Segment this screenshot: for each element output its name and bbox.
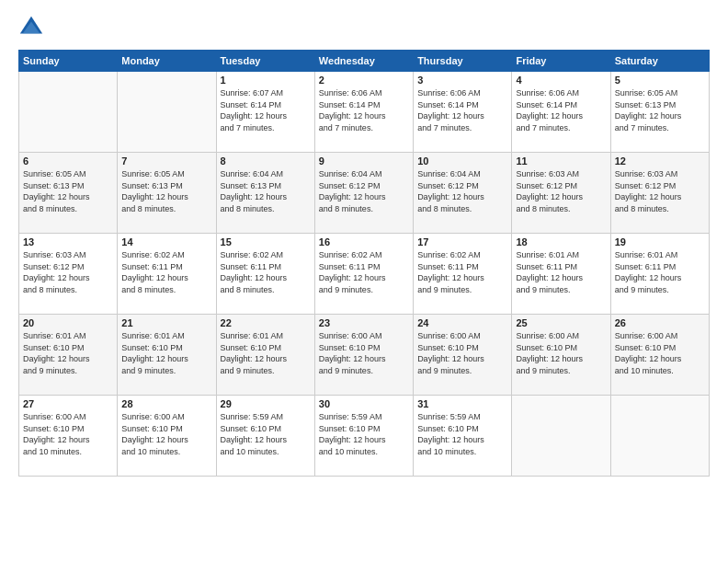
- calendar-cell: 24Sunrise: 6:00 AM Sunset: 6:10 PM Dayli…: [414, 315, 512, 396]
- logo: [18, 15, 48, 40]
- calendar-cell: [19, 72, 118, 153]
- day-info: Sunrise: 6:04 AM Sunset: 6:12 PM Dayligh…: [319, 168, 409, 214]
- day-number: 27: [23, 398, 113, 409]
- week-row-2: 6Sunrise: 6:05 AM Sunset: 6:13 PM Daylig…: [19, 153, 710, 234]
- week-row-3: 13Sunrise: 6:03 AM Sunset: 6:12 PM Dayli…: [19, 234, 710, 315]
- calendar-cell: 5Sunrise: 6:05 AM Sunset: 6:13 PM Daylig…: [610, 72, 709, 153]
- day-number: 8: [221, 155, 311, 167]
- calendar-cell: 18Sunrise: 6:01 AM Sunset: 6:11 PM Dayli…: [512, 234, 610, 315]
- day-header-monday: Monday: [118, 51, 216, 72]
- day-info: Sunrise: 6:01 AM Sunset: 6:11 PM Dayligh…: [615, 249, 705, 295]
- day-number: 6: [23, 155, 113, 167]
- calendar-cell: 17Sunrise: 6:02 AM Sunset: 6:11 PM Dayli…: [414, 234, 512, 315]
- header-row: SundayMondayTuesdayWednesdayThursdayFrid…: [19, 51, 710, 72]
- day-number: 2: [319, 75, 409, 86]
- day-info: Sunrise: 6:01 AM Sunset: 6:11 PM Dayligh…: [516, 249, 606, 295]
- day-info: Sunrise: 6:03 AM Sunset: 6:12 PM Dayligh…: [615, 168, 705, 214]
- calendar-cell: 1Sunrise: 6:07 AM Sunset: 6:14 PM Daylig…: [216, 72, 314, 153]
- day-info: Sunrise: 6:01 AM Sunset: 6:10 PM Dayligh…: [121, 330, 211, 376]
- day-header-sunday: Sunday: [19, 51, 118, 72]
- day-header-friday: Friday: [512, 51, 610, 72]
- calendar-cell: 4Sunrise: 6:06 AM Sunset: 6:14 PM Daylig…: [512, 72, 610, 153]
- calendar-cell: [610, 396, 709, 477]
- calendar-cell: 27Sunrise: 6:00 AM Sunset: 6:10 PM Dayli…: [19, 396, 118, 477]
- day-number: 19: [615, 236, 705, 247]
- calendar-cell: 20Sunrise: 6:01 AM Sunset: 6:10 PM Dayli…: [19, 315, 118, 396]
- day-info: Sunrise: 6:07 AM Sunset: 6:14 PM Dayligh…: [221, 87, 311, 133]
- day-info: Sunrise: 6:05 AM Sunset: 6:13 PM Dayligh…: [23, 168, 113, 214]
- logo-icon: [18, 15, 44, 40]
- day-info: Sunrise: 6:06 AM Sunset: 6:14 PM Dayligh…: [417, 87, 507, 133]
- day-number: 16: [319, 236, 409, 247]
- day-info: Sunrise: 6:03 AM Sunset: 6:12 PM Dayligh…: [23, 249, 113, 295]
- calendar-cell: 3Sunrise: 6:06 AM Sunset: 6:14 PM Daylig…: [414, 72, 512, 153]
- calendar-table: SundayMondayTuesdayWednesdayThursdayFrid…: [18, 50, 710, 477]
- calendar-cell: 10Sunrise: 6:04 AM Sunset: 6:12 PM Dayli…: [414, 153, 512, 234]
- day-info: Sunrise: 6:00 AM Sunset: 6:10 PM Dayligh…: [417, 330, 507, 376]
- calendar-cell: 2Sunrise: 6:06 AM Sunset: 6:14 PM Daylig…: [314, 72, 413, 153]
- page: SundayMondayTuesdayWednesdayThursdayFrid…: [0, 0, 728, 563]
- day-number: 30: [319, 398, 409, 409]
- day-info: Sunrise: 6:00 AM Sunset: 6:10 PM Dayligh…: [319, 330, 409, 376]
- calendar-cell: 23Sunrise: 6:00 AM Sunset: 6:10 PM Dayli…: [314, 315, 413, 396]
- day-number: 20: [23, 317, 113, 328]
- day-number: 22: [221, 317, 311, 328]
- day-info: Sunrise: 5:59 AM Sunset: 6:10 PM Dayligh…: [417, 411, 507, 457]
- day-info: Sunrise: 6:01 AM Sunset: 6:10 PM Dayligh…: [221, 330, 311, 376]
- calendar-cell: 25Sunrise: 6:00 AM Sunset: 6:10 PM Dayli…: [512, 315, 610, 396]
- calendar-cell: [118, 72, 216, 153]
- day-info: Sunrise: 6:02 AM Sunset: 6:11 PM Dayligh…: [417, 249, 507, 295]
- day-number: 12: [615, 155, 705, 167]
- day-number: 17: [417, 236, 507, 247]
- calendar-cell: 15Sunrise: 6:02 AM Sunset: 6:11 PM Dayli…: [216, 234, 314, 315]
- day-info: Sunrise: 6:05 AM Sunset: 6:13 PM Dayligh…: [121, 168, 211, 214]
- calendar-cell: 21Sunrise: 6:01 AM Sunset: 6:10 PM Dayli…: [118, 315, 216, 396]
- day-info: Sunrise: 6:03 AM Sunset: 6:12 PM Dayligh…: [516, 168, 606, 214]
- calendar-cell: 6Sunrise: 6:05 AM Sunset: 6:13 PM Daylig…: [19, 153, 118, 234]
- calendar-cell: 28Sunrise: 6:00 AM Sunset: 6:10 PM Dayli…: [118, 396, 216, 477]
- day-number: 25: [516, 317, 606, 328]
- day-info: Sunrise: 6:02 AM Sunset: 6:11 PM Dayligh…: [121, 249, 211, 295]
- day-header-wednesday: Wednesday: [314, 51, 413, 72]
- day-info: Sunrise: 6:00 AM Sunset: 6:10 PM Dayligh…: [516, 330, 606, 376]
- day-number: 4: [516, 75, 606, 86]
- day-info: Sunrise: 6:00 AM Sunset: 6:10 PM Dayligh…: [615, 330, 705, 376]
- calendar-cell: 11Sunrise: 6:03 AM Sunset: 6:12 PM Dayli…: [512, 153, 610, 234]
- week-row-1: 1Sunrise: 6:07 AM Sunset: 6:14 PM Daylig…: [19, 72, 710, 153]
- day-number: 26: [615, 317, 705, 328]
- day-info: Sunrise: 5:59 AM Sunset: 6:10 PM Dayligh…: [221, 411, 311, 457]
- calendar-cell: 13Sunrise: 6:03 AM Sunset: 6:12 PM Dayli…: [19, 234, 118, 315]
- day-number: 5: [615, 75, 705, 86]
- header: [18, 15, 710, 40]
- day-number: 24: [417, 317, 507, 328]
- calendar-cell: 9Sunrise: 6:04 AM Sunset: 6:12 PM Daylig…: [314, 153, 413, 234]
- week-row-4: 20Sunrise: 6:01 AM Sunset: 6:10 PM Dayli…: [19, 315, 710, 396]
- day-info: Sunrise: 6:04 AM Sunset: 6:13 PM Dayligh…: [221, 168, 311, 214]
- day-info: Sunrise: 5:59 AM Sunset: 6:10 PM Dayligh…: [319, 411, 409, 457]
- day-number: 1: [221, 75, 311, 86]
- day-info: Sunrise: 6:02 AM Sunset: 6:11 PM Dayligh…: [221, 249, 311, 295]
- day-info: Sunrise: 6:00 AM Sunset: 6:10 PM Dayligh…: [121, 411, 211, 457]
- day-header-thursday: Thursday: [414, 51, 512, 72]
- day-number: 15: [221, 236, 311, 247]
- day-number: 7: [121, 155, 211, 167]
- day-info: Sunrise: 6:06 AM Sunset: 6:14 PM Dayligh…: [516, 87, 606, 133]
- day-info: Sunrise: 6:04 AM Sunset: 6:12 PM Dayligh…: [417, 168, 507, 214]
- day-info: Sunrise: 6:06 AM Sunset: 6:14 PM Dayligh…: [319, 87, 409, 133]
- day-number: 14: [121, 236, 211, 247]
- day-header-tuesday: Tuesday: [216, 51, 314, 72]
- calendar-cell: 31Sunrise: 5:59 AM Sunset: 6:10 PM Dayli…: [414, 396, 512, 477]
- day-info: Sunrise: 6:02 AM Sunset: 6:11 PM Dayligh…: [319, 249, 409, 295]
- calendar-cell: 8Sunrise: 6:04 AM Sunset: 6:13 PM Daylig…: [216, 153, 314, 234]
- day-info: Sunrise: 6:05 AM Sunset: 6:13 PM Dayligh…: [615, 87, 705, 133]
- day-info: Sunrise: 6:01 AM Sunset: 6:10 PM Dayligh…: [23, 330, 113, 376]
- calendar-cell: 30Sunrise: 5:59 AM Sunset: 6:10 PM Dayli…: [314, 396, 413, 477]
- day-number: 29: [221, 398, 311, 409]
- day-number: 13: [23, 236, 113, 247]
- calendar-cell: 16Sunrise: 6:02 AM Sunset: 6:11 PM Dayli…: [314, 234, 413, 315]
- calendar-cell: 12Sunrise: 6:03 AM Sunset: 6:12 PM Dayli…: [610, 153, 709, 234]
- calendar-cell: [512, 396, 610, 477]
- calendar-cell: 22Sunrise: 6:01 AM Sunset: 6:10 PM Dayli…: [216, 315, 314, 396]
- day-number: 23: [319, 317, 409, 328]
- day-info: Sunrise: 6:00 AM Sunset: 6:10 PM Dayligh…: [23, 411, 113, 457]
